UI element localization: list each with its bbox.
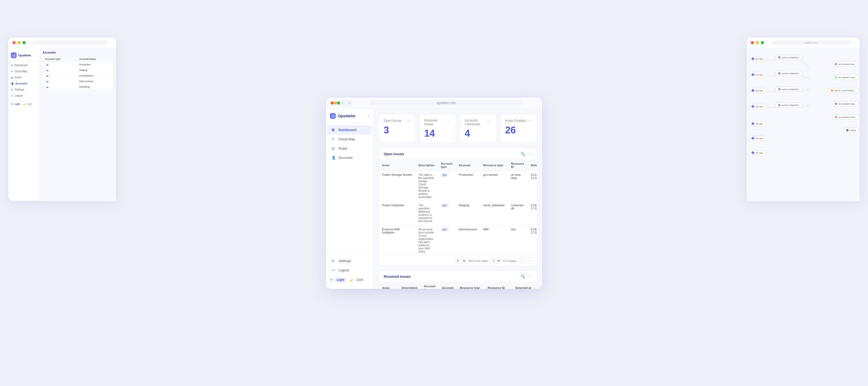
sidebar-item-dashboard-label: Dashboard [338,128,356,132]
diagram-node: dev-failsafe-relay... [832,101,859,107]
cell-resource-id: customer-db [508,201,528,225]
cell-issue: Public Storage Bucket [379,171,415,201]
stat-accounts-menu[interactable]: ⋯ [487,120,491,124]
ri-col-account-type: Account type [421,283,439,289]
stat-open-issues-menu[interactable]: ⋯ [406,119,410,123]
resolved-issues-menu-icon[interactable]: ⋯ [528,274,532,278]
main-window: ‹ › opshelm.com ⬡ OpsHelm ‹ ⊞ Da [326,97,542,289]
cell-account: Production [456,171,480,201]
moon-icon: 🌙 [349,278,353,281]
theme-dark-btn[interactable]: Dark [354,277,365,283]
bg-theme-dark[interactable]: Dark [27,103,32,106]
stat-open-issues-label: Open Issues [384,119,401,123]
open-issues-menu-icon[interactable]: ⋯ [528,152,532,156]
cell-detected-at: 9-21-202211:23:30 AM [528,171,537,201]
col-detected-at: Detected at [528,160,537,171]
sidebar-item-dashboard[interactable]: ⊞ Dashboard [327,125,372,135]
cell-resource-id: iam [508,225,528,256]
cell-account-type: gcp [438,225,456,256]
sidebar: ⬡ OpsHelm ‹ ⊞ Dashboard ✳ Cloud Map ▤ [326,109,373,289]
sidebar-logo: ⬡ OpsHelm ‹ [326,113,373,123]
main-chrome: ‹ › opshelm.com [326,97,542,109]
col-account-type: Account type [438,160,456,171]
resolved-issues-title: Resolved Issues [384,274,411,278]
bg-left-body: ⬡ OpsHelm ‹ ⊞ Dashboard ✳ Cloud Map ▤ Ru… [8,48,116,201]
ri-col-resource-id: Resource ID [485,283,512,289]
table-row: Public Storage Bucket The data in the sp… [379,171,537,201]
sidebar-item-settings[interactable]: ⚙ Settings [327,257,372,266]
resolved-issues-header: Resolved Issues 🔍 ⋯ [379,271,537,283]
cell-account: Development [456,225,480,256]
open-issues-prev-btn[interactable]: ‹ [519,258,525,264]
theme-light-btn[interactable]: Light [335,277,346,283]
bg-sidebar-cloudmap-label: Cloud Map [14,70,27,73]
open-issues-search-icon[interactable]: 🔍 [521,152,525,156]
nav-back[interactable]: ‹ [340,100,345,106]
open-issues-next-btn[interactable]: › [527,258,532,264]
sidebar-theme-toggle: ☀ Light 🌙 Dark [326,275,373,285]
open-issues-actions: 🔍 ⋯ [521,152,532,156]
cell-description: An account from outside of your organiza… [415,225,438,256]
cell-resource-type: cloud_database [480,201,507,225]
svg-line-4 [801,60,810,68]
bg-logo-icon: ⬡ [11,52,17,58]
sidebar-item-accounts-label: Accounts [338,156,352,160]
sidebar-nav: ⬡ OpsHelm ‹ ⊞ Dashboard ✳ Cloud Map ▤ [326,113,373,254]
ri-col-resolved-at: Resolved at [534,283,537,289]
open-issues-title: Open Issues [384,152,404,156]
open-issues-page-select[interactable]: 1 2 [490,258,501,263]
stat-accounts-label: Accounts Connected [465,119,487,126]
svg-line-5 [801,76,810,79]
bg-theme-light[interactable]: Light [14,103,20,106]
cloudmap-icon: ✳ [332,137,336,141]
stat-rules-value: 26 [505,125,532,136]
collapse-button[interactable]: ‹ [368,114,369,118]
stat-card-accounts-header: Accounts Connected ⋯ [465,119,491,126]
address-bar[interactable]: opshelm.com [371,100,522,106]
resolved-issues-search-icon[interactable]: 🔍 [521,274,525,278]
bg-logo-text: OpsHelm [18,54,31,57]
bg-sidebar-rules[interactable]: ▤ Rules [8,75,40,81]
cell-detected-at: 9-18-202217:22:12 PM [528,201,537,225]
bg-row-type: ☁ [43,73,77,79]
stat-accounts-value: 4 [465,128,491,139]
sun-icon: ☀ [330,278,333,282]
open-issues-per-page[interactable]: 5 10 25 [454,258,467,263]
accounts-icon: 👤 [332,156,336,160]
bg-sidebar-cloudmap[interactable]: ✳ Cloud Map [8,68,40,75]
dot-red [12,41,16,44]
nav-forward[interactable]: › [346,100,352,106]
bg-row-name: Data Science [77,79,113,84]
table-row: External IAM Invitation An account from … [379,225,537,256]
bg-sidebar-settings[interactable]: ⚙ Settings [8,87,40,93]
bg-sidebar-dashboard-label: Dashboard [14,64,28,67]
bg-left-logo: ⬡ OpsHelm ‹ [8,51,40,61]
sidebar-item-cloudmap[interactable]: ✳ Cloud Map [327,135,372,144]
stat-card-rules: Rules Enabled ⋯ 26 [500,114,537,143]
bg-sidebar-logout[interactable]: ⇥ Logout [8,93,40,99]
sidebar-item-logout-label: Logout [338,268,349,272]
bg-row-type: ☁ [43,84,77,90]
ri-col-detected-at: Detected at [512,283,534,289]
nav-arrows: ‹ › [340,100,352,106]
bg-right-dot-yellow [756,41,759,44]
bg-col-type: Account Type [43,56,77,62]
bg-sidebar-rules-label: Rules [15,76,22,79]
stat-rules-menu[interactable]: ⋯ [528,119,532,123]
sidebar-item-accounts[interactable]: 👤 Accounts [327,153,372,162]
diagram-node: subnet-19djk38kd... [776,71,803,76]
logout-icon: ⇥ [332,268,336,272]
bg-sidebar-accounts[interactable]: 👤 Accounts [8,81,40,87]
cell-resource-id: oh-test-data [508,171,528,201]
bg-row-name: Marketing [77,84,113,90]
logo-text: OpsHelm [338,114,355,118]
bg-sidebar-dashboard[interactable]: ⊞ Dashboard [8,62,40,68]
bg-sidebar-settings-label: Settings [14,88,24,91]
stat-resolved-menu[interactable]: ⋯ [447,120,451,124]
sidebar-item-cloudmap-label: Cloud Map [338,137,355,141]
table-row: ☁ Staging [43,67,113,73]
sidebar-item-rules[interactable]: ▤ Rules [327,144,372,153]
sidebar-flex: ⬡ OpsHelm ‹ ⊞ Dashboard ✳ Cloud Map ▤ [326,113,373,285]
stat-card-rules-header: Rules Enabled ⋯ [505,119,532,123]
sidebar-item-logout[interactable]: ⇥ Logout [327,266,372,275]
